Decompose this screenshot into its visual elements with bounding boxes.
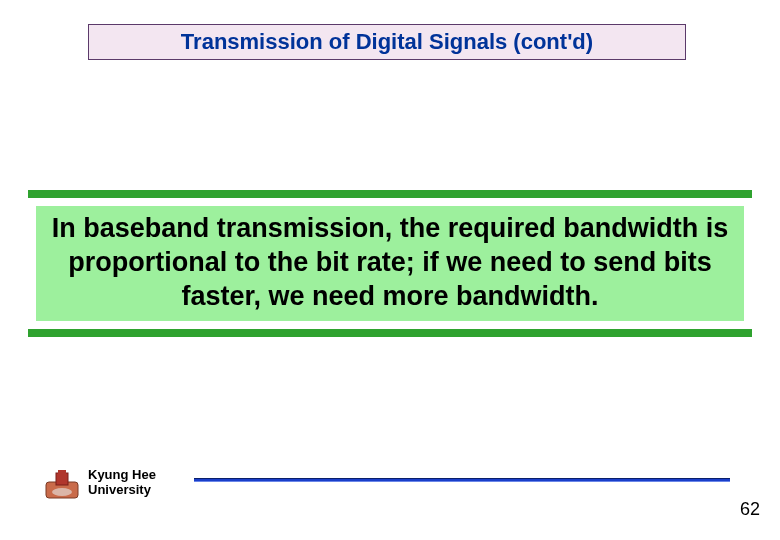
university-name-line1: Kyung Hee [88, 468, 156, 483]
university-name: Kyung Hee University [88, 468, 156, 498]
university-logo-icon [44, 470, 80, 500]
callout-box: In baseband transmission, the required b… [28, 190, 752, 337]
footer-divider [194, 478, 730, 482]
svg-point-3 [52, 488, 72, 496]
callout-inner: In baseband transmission, the required b… [36, 206, 744, 321]
slide-title: Transmission of Digital Signals (cont'd) [181, 29, 593, 55]
footer: Kyung Hee University 62 [44, 466, 760, 514]
university-name-line2: University [88, 483, 156, 498]
svg-rect-1 [56, 473, 68, 485]
page-number: 62 [740, 499, 760, 520]
svg-rect-2 [58, 470, 66, 474]
callout-text: In baseband transmission, the required b… [40, 212, 740, 313]
title-bar: Transmission of Digital Signals (cont'd) [88, 24, 686, 60]
